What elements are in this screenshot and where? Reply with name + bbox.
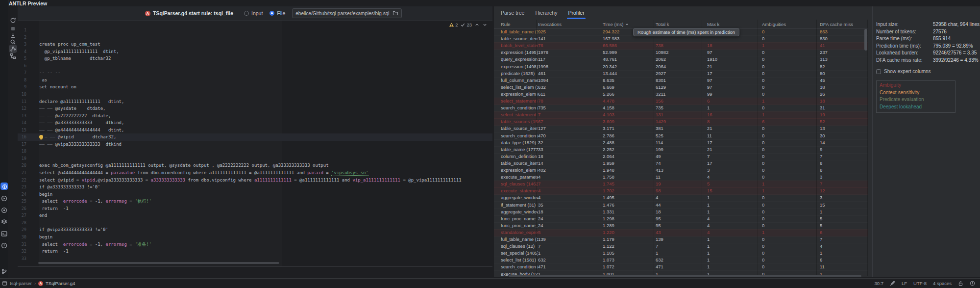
table-row[interactable]: data_type (1829)322.48811417014 bbox=[494, 139, 868, 147]
file-radio-label[interactable]: File bbox=[277, 10, 285, 16]
table-row[interactable]: full_column_name (17...10948.63583019704… bbox=[494, 77, 868, 84]
code-line-19[interactable]: 19 bbox=[18, 155, 492, 162]
tab-profiler[interactable]: Profiler bbox=[568, 6, 584, 19]
hierarchy-icon[interactable] bbox=[10, 53, 16, 59]
stop-icon[interactable] bbox=[10, 26, 16, 32]
code-line-1[interactable]: 1 bbox=[18, 26, 492, 34]
code-editor[interactable]: 123create proc up_com_test4 @p_vipa11111… bbox=[18, 21, 492, 266]
code-line-22[interactable]: 22select @vipid = vipid,@vipa33333333333… bbox=[18, 177, 492, 184]
table-row[interactable]: select_statement (15...784.4781566118 bbox=[494, 98, 868, 105]
tab-hierarchy[interactable]: Hierarchy bbox=[535, 6, 557, 19]
code-line-4[interactable]: 4 @p_vipa1111111111111 dtint, bbox=[18, 48, 492, 55]
code-line-20[interactable]: 20exec nb_com_getsysconfig @a11111111111… bbox=[18, 162, 492, 169]
file-radio[interactable] bbox=[270, 11, 274, 16]
code-line-21[interactable]: 21select @a444444444444444 = paravalue f… bbox=[18, 169, 492, 177]
intention-bulb-icon[interactable] bbox=[39, 135, 43, 139]
code-line-9[interactable]: 9set nocount on bbox=[18, 83, 492, 91]
table-row[interactable]: aggregate_windowed...41.4954103 bbox=[494, 194, 868, 202]
scroll-to-source-icon[interactable] bbox=[10, 32, 16, 39]
table-row[interactable]: expression (1498)199820.342206421082 bbox=[494, 63, 868, 71]
breadcrumb-project[interactable]: tsql-parser bbox=[10, 281, 32, 286]
code-line-28[interactable]: 28 bbox=[18, 219, 492, 227]
profiler-table[interactable]: full_table_name (1775)925294.3220863tabl… bbox=[494, 28, 868, 276]
code-line-30[interactable]: 30begin bbox=[18, 234, 492, 241]
file-path-field[interactable]: ebelice/Github/tsql-parser/examples/big.… bbox=[292, 8, 402, 18]
code-line-2[interactable]: 2 bbox=[18, 34, 492, 41]
column-header-invocations[interactable]: Invocations bbox=[538, 22, 603, 27]
unlock-icon[interactable] bbox=[958, 281, 963, 286]
code-line-6[interactable]: 6 bbox=[18, 62, 492, 70]
antlr-tool-window-icon[interactable] bbox=[0, 183, 8, 190]
version-control-icon[interactable] bbox=[1, 268, 7, 275]
input-radio-label[interactable]: Input bbox=[251, 10, 263, 16]
column-header-total-k[interactable]: Total k bbox=[656, 22, 707, 27]
indent-setting[interactable]: 4 spaces bbox=[933, 281, 952, 286]
table-row[interactable]: search_condition (1517)4702.78652511030 bbox=[494, 132, 868, 140]
table-row[interactable]: execute_statement (7...41.7029815112 bbox=[494, 187, 868, 195]
code-line-27[interactable]: 27end bbox=[18, 212, 492, 219]
caret-position[interactable]: 30:7 bbox=[874, 281, 883, 286]
line-separator[interactable]: LF bbox=[902, 281, 907, 286]
tab-parse-tree[interactable]: Parse tree bbox=[501, 6, 524, 19]
code-line-13[interactable]: 13—— —— @a2222222222 dtdate, bbox=[18, 112, 492, 120]
code-line-33[interactable]: 33 bbox=[18, 255, 492, 262]
folder-icon[interactable] bbox=[392, 10, 398, 16]
code-line-7[interactable]: 7-- -- -- bbox=[18, 69, 492, 77]
code-line-18[interactable]: 18 bbox=[18, 148, 492, 155]
show-expert-columns-row[interactable]: Show expert columns bbox=[876, 69, 931, 74]
table-row[interactable]: sql_clauses (1462)71.74519517 bbox=[494, 181, 868, 188]
code-line-29[interactable]: 29if @vipa333333333333 !='0' bbox=[18, 226, 492, 234]
table-vertical-scrollbar[interactable] bbox=[864, 29, 867, 51]
table-row[interactable]: if_statement (31)351.476441015 bbox=[494, 202, 868, 209]
table-row[interactable]: execute_parameter (1...41.75811403 bbox=[494, 174, 868, 181]
table-row[interactable]: column_definition (1421)182.06449707 bbox=[494, 153, 868, 160]
table-row[interactable]: select_statement_st...74.10313116119 bbox=[494, 111, 868, 119]
table-row[interactable]: table_source_item (16...141167.9830830 bbox=[494, 35, 868, 43]
code-line-24[interactable]: 24begin bbox=[18, 191, 492, 198]
search-icon[interactable] bbox=[10, 39, 16, 45]
services-icon[interactable] bbox=[1, 219, 7, 225]
code-line-11[interactable]: 11declare @a1111111111111 dtint, bbox=[18, 98, 492, 105]
table-horizontal-scrollbar[interactable] bbox=[509, 275, 861, 277]
code-line-3[interactable]: 3create proc up_com_test bbox=[18, 41, 492, 48]
table-row[interactable]: predicate (1525)46113.444292717080 bbox=[494, 70, 868, 78]
code-line-25[interactable]: 25 select errorcode = -1, errormsg = '执行… bbox=[18, 198, 492, 205]
table-row[interactable]: table_source_item (15...1273.17138121013 bbox=[494, 125, 868, 132]
table-row[interactable]: standalone_express...51.22043416 bbox=[494, 229, 868, 236]
expert-columns-checkbox[interactable] bbox=[876, 69, 881, 74]
code-line-31[interactable]: 31 select errorcode = -1, errormsg = '准备… bbox=[18, 241, 492, 248]
table-row[interactable]: sql_clauses (12)71.1227104 bbox=[494, 243, 868, 250]
record-icon[interactable] bbox=[1, 207, 7, 213]
column-header-time-ms-[interactable]: Time (ms) bbox=[603, 22, 656, 27]
table-row[interactable]: full_table_name (1773)1391.179139107 bbox=[494, 236, 868, 243]
table-row[interactable]: table_sources (1515)673.60914298652 bbox=[494, 118, 868, 126]
table-row[interactable]: select_list (1581)6321.073632106 bbox=[494, 257, 868, 264]
code-line-26[interactable]: 26 return -1 bbox=[18, 205, 492, 212]
column-header-ambiguities[interactable]: Ambiguities bbox=[762, 22, 820, 27]
table-row[interactable]: aggregate_windowed...181.33118101 bbox=[494, 209, 868, 216]
code-line-32[interactable]: 32 return -1 bbox=[18, 248, 492, 255]
breadcrumb-file[interactable]: TSqlParser.g4 bbox=[46, 281, 75, 286]
code-line-10[interactable]: 10 bbox=[18, 91, 492, 98]
table-row[interactable]: expression_elem (1589)4021.948413308 bbox=[494, 167, 868, 174]
code-line-17[interactable]: 17—— —— @vipa333333333333 dtkind bbox=[18, 141, 492, 148]
run-icon[interactable] bbox=[1, 195, 7, 202]
column-header-dfa-cache-miss[interactable]: DFA cache miss bbox=[820, 22, 868, 27]
table-row[interactable]: set_special (1485)11.1051101 bbox=[494, 250, 868, 257]
code-line-5[interactable]: 5 @p_tblname dtchar32 bbox=[18, 55, 492, 62]
code-line-12[interactable]: 12—— —— @sysdate dtdate, bbox=[18, 105, 492, 112]
terminal-icon[interactable] bbox=[1, 231, 7, 237]
table-row[interactable]: table_source_item (15...141.959741708 bbox=[494, 160, 868, 167]
inspections-widget[interactable]: 2 23 bbox=[449, 22, 488, 27]
table-row[interactable]: func_proc_name_data...241.29895405 bbox=[494, 215, 868, 223]
table-row[interactable]: query_expression (1527)11748.76120621910… bbox=[494, 56, 868, 63]
table-row[interactable]: func_proc_name_serv...241.28995405 bbox=[494, 222, 868, 230]
table-row[interactable]: expression_elem (1590)6115.266321199026 bbox=[494, 91, 868, 98]
table-row[interactable]: table_name (1777)332.2521992109 bbox=[494, 146, 868, 154]
code-line-8[interactable]: 8 as bbox=[18, 77, 492, 84]
notifications-icon[interactable] bbox=[970, 281, 975, 286]
table-row[interactable]: expression (1495)197852.99910982970237 bbox=[494, 49, 868, 56]
table-row[interactable]: search_condition (1519)7354.1587351031 bbox=[494, 105, 868, 112]
code-line-15[interactable]: 15—— —— @a444444444444444 dtint, bbox=[18, 127, 492, 134]
readonly-pen-icon[interactable] bbox=[890, 281, 895, 286]
